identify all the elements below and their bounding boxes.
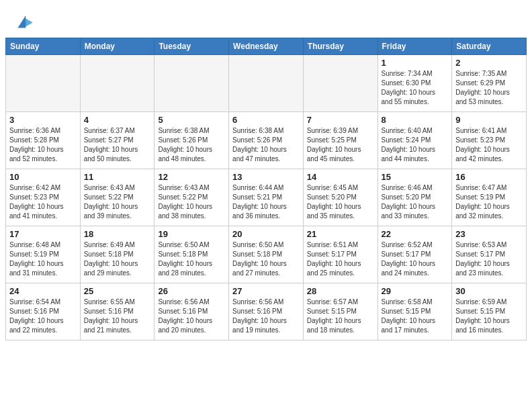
day-number: 3 xyxy=(9,115,77,125)
day-info: Sunrise: 6:52 AM Sunset: 5:17 PM Dayligh… xyxy=(382,240,449,278)
day-number: 2 xyxy=(455,58,523,68)
calendar-body: 1Sunrise: 7:34 AM Sunset: 6:30 PM Daylig… xyxy=(6,55,527,340)
day-number: 16 xyxy=(455,172,523,182)
calendar-cell: 10Sunrise: 6:42 AM Sunset: 5:23 PM Dayli… xyxy=(6,169,81,226)
day-info: Sunrise: 6:50 AM Sunset: 5:18 PM Dayligh… xyxy=(158,240,225,278)
day-header-friday: Friday xyxy=(378,38,452,55)
calendar-cell: 1Sunrise: 7:34 AM Sunset: 6:30 PM Daylig… xyxy=(378,55,452,112)
calendar-cell: 8Sunrise: 6:40 AM Sunset: 5:24 PM Daylig… xyxy=(378,112,452,169)
calendar-cell: 12Sunrise: 6:43 AM Sunset: 5:22 PM Dayli… xyxy=(154,169,229,226)
day-number: 26 xyxy=(158,286,225,296)
calendar-cell: 26Sunrise: 6:56 AM Sunset: 5:16 PM Dayli… xyxy=(154,283,229,340)
day-info: Sunrise: 6:41 AM Sunset: 5:23 PM Dayligh… xyxy=(455,126,523,164)
calendar-cell: 5Sunrise: 6:38 AM Sunset: 5:26 PM Daylig… xyxy=(154,112,229,169)
week-row-3: 10Sunrise: 6:42 AM Sunset: 5:23 PM Dayli… xyxy=(6,169,527,226)
calendar-cell: 19Sunrise: 6:50 AM Sunset: 5:18 PM Dayli… xyxy=(154,226,229,283)
day-number: 9 xyxy=(455,115,523,125)
day-info: Sunrise: 6:38 AM Sunset: 5:26 PM Dayligh… xyxy=(158,126,225,164)
day-info: Sunrise: 6:43 AM Sunset: 5:22 PM Dayligh… xyxy=(84,183,151,221)
calendar-cell: 25Sunrise: 6:55 AM Sunset: 5:16 PM Dayli… xyxy=(80,283,154,340)
week-row-1: 1Sunrise: 7:34 AM Sunset: 6:30 PM Daylig… xyxy=(6,55,527,112)
day-number: 24 xyxy=(9,286,77,296)
day-header-wednesday: Wednesday xyxy=(229,38,304,55)
day-info: Sunrise: 6:37 AM Sunset: 5:27 PM Dayligh… xyxy=(84,126,151,164)
day-number: 1 xyxy=(382,58,449,68)
calendar-cell: 18Sunrise: 6:49 AM Sunset: 5:18 PM Dayli… xyxy=(80,226,154,283)
day-info: Sunrise: 6:59 AM Sunset: 5:15 PM Dayligh… xyxy=(455,298,523,335)
day-header-tuesday: Tuesday xyxy=(154,38,229,55)
calendar-cell: 11Sunrise: 6:43 AM Sunset: 5:22 PM Dayli… xyxy=(80,169,154,226)
calendar-cell: 4Sunrise: 6:37 AM Sunset: 5:27 PM Daylig… xyxy=(80,112,154,169)
day-info: Sunrise: 6:56 AM Sunset: 5:16 PM Dayligh… xyxy=(232,298,300,335)
calendar-cell xyxy=(80,55,154,112)
day-info: Sunrise: 6:49 AM Sunset: 5:18 PM Dayligh… xyxy=(84,240,151,278)
day-number: 22 xyxy=(382,229,449,239)
day-info: Sunrise: 6:40 AM Sunset: 5:24 PM Dayligh… xyxy=(382,126,449,164)
day-number: 30 xyxy=(455,286,523,296)
calendar-cell: 22Sunrise: 6:52 AM Sunset: 5:17 PM Dayli… xyxy=(378,226,452,283)
day-info: Sunrise: 6:45 AM Sunset: 5:20 PM Dayligh… xyxy=(307,183,374,221)
day-header-monday: Monday xyxy=(80,38,154,55)
day-number: 15 xyxy=(382,172,449,182)
calendar-cell: 13Sunrise: 6:44 AM Sunset: 5:21 PM Dayli… xyxy=(229,169,304,226)
day-number: 27 xyxy=(232,286,300,296)
day-info: Sunrise: 6:38 AM Sunset: 5:26 PM Dayligh… xyxy=(232,126,300,164)
header-row: SundayMondayTuesdayWednesdayThursdayFrid… xyxy=(6,38,527,55)
calendar-cell xyxy=(6,55,81,112)
day-number: 10 xyxy=(9,172,77,182)
calendar-cell: 29Sunrise: 6:58 AM Sunset: 5:15 PM Dayli… xyxy=(378,283,452,340)
week-row-5: 24Sunrise: 6:54 AM Sunset: 5:16 PM Dayli… xyxy=(6,283,527,340)
day-info: Sunrise: 7:34 AM Sunset: 6:30 PM Dayligh… xyxy=(382,69,449,107)
day-header-sunday: Sunday xyxy=(6,38,81,55)
day-number: 28 xyxy=(307,286,374,296)
day-number: 20 xyxy=(232,229,300,239)
calendar-wrapper: SundayMondayTuesdayWednesdayThursdayFrid… xyxy=(0,38,532,346)
header xyxy=(0,0,532,38)
day-number: 23 xyxy=(455,229,523,239)
calendar-cell: 27Sunrise: 6:56 AM Sunset: 5:16 PM Dayli… xyxy=(229,283,304,340)
calendar-cell: 2Sunrise: 7:35 AM Sunset: 6:29 PM Daylig… xyxy=(452,55,527,112)
calendar-cell: 20Sunrise: 6:50 AM Sunset: 5:18 PM Dayli… xyxy=(229,226,304,283)
calendar-cell: 30Sunrise: 6:59 AM Sunset: 5:15 PM Dayli… xyxy=(452,283,527,340)
logo xyxy=(13,11,38,32)
week-row-4: 17Sunrise: 6:48 AM Sunset: 5:19 PM Dayli… xyxy=(6,226,527,283)
day-number: 21 xyxy=(307,229,374,239)
calendar-cell xyxy=(303,55,378,112)
day-info: Sunrise: 6:44 AM Sunset: 5:21 PM Dayligh… xyxy=(232,183,300,221)
calendar-cell: 16Sunrise: 6:47 AM Sunset: 5:19 PM Dayli… xyxy=(452,169,527,226)
day-number: 13 xyxy=(232,172,300,182)
calendar-cell: 3Sunrise: 6:36 AM Sunset: 5:28 PM Daylig… xyxy=(6,112,81,169)
day-number: 18 xyxy=(84,229,151,239)
calendar-cell: 23Sunrise: 6:53 AM Sunset: 5:17 PM Dayli… xyxy=(452,226,527,283)
day-header-thursday: Thursday xyxy=(303,38,378,55)
day-number: 4 xyxy=(84,115,151,125)
logo-icon xyxy=(13,11,35,32)
day-info: Sunrise: 6:46 AM Sunset: 5:20 PM Dayligh… xyxy=(382,183,449,221)
day-info: Sunrise: 6:56 AM Sunset: 5:16 PM Dayligh… xyxy=(158,298,225,335)
day-number: 5 xyxy=(158,115,225,125)
calendar-cell: 6Sunrise: 6:38 AM Sunset: 5:26 PM Daylig… xyxy=(229,112,304,169)
day-info: Sunrise: 6:57 AM Sunset: 5:15 PM Dayligh… xyxy=(307,298,374,335)
calendar-cell: 15Sunrise: 6:46 AM Sunset: 5:20 PM Dayli… xyxy=(378,169,452,226)
day-info: Sunrise: 6:48 AM Sunset: 5:19 PM Dayligh… xyxy=(9,240,77,278)
day-info: Sunrise: 6:50 AM Sunset: 5:18 PM Dayligh… xyxy=(232,240,300,278)
day-info: Sunrise: 6:55 AM Sunset: 5:16 PM Dayligh… xyxy=(84,298,151,335)
day-info: Sunrise: 6:54 AM Sunset: 5:16 PM Dayligh… xyxy=(9,298,77,335)
day-number: 12 xyxy=(158,172,225,182)
day-info: Sunrise: 6:43 AM Sunset: 5:22 PM Dayligh… xyxy=(158,183,225,221)
day-number: 25 xyxy=(84,286,151,296)
day-header-saturday: Saturday xyxy=(452,38,527,55)
day-number: 6 xyxy=(232,115,300,125)
calendar-header: SundayMondayTuesdayWednesdayThursdayFrid… xyxy=(6,38,527,55)
day-number: 14 xyxy=(307,172,374,182)
calendar-cell: 14Sunrise: 6:45 AM Sunset: 5:20 PM Dayli… xyxy=(303,169,378,226)
day-info: Sunrise: 6:39 AM Sunset: 5:25 PM Dayligh… xyxy=(307,126,374,164)
calendar-table: SundayMondayTuesdayWednesdayThursdayFrid… xyxy=(5,38,527,340)
day-number: 7 xyxy=(307,115,374,125)
day-info: Sunrise: 6:58 AM Sunset: 5:15 PM Dayligh… xyxy=(382,298,449,335)
day-info: Sunrise: 6:42 AM Sunset: 5:23 PM Dayligh… xyxy=(9,183,77,221)
day-info: Sunrise: 6:51 AM Sunset: 5:17 PM Dayligh… xyxy=(307,240,374,278)
calendar-cell xyxy=(154,55,229,112)
page: SundayMondayTuesdayWednesdayThursdayFrid… xyxy=(0,0,532,411)
day-info: Sunrise: 6:36 AM Sunset: 5:28 PM Dayligh… xyxy=(9,126,77,164)
